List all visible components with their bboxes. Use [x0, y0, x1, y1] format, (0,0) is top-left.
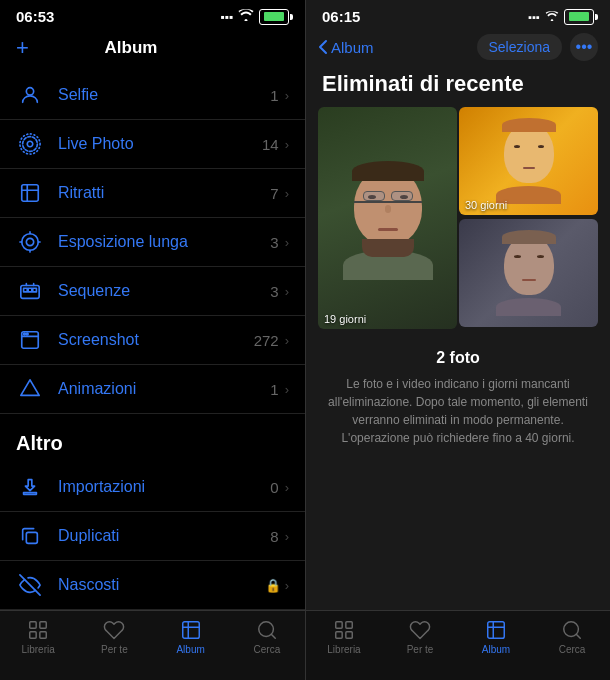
- album-count-selfie: 1: [270, 87, 278, 104]
- tab-per-te-right[interactable]: Per te: [382, 619, 458, 655]
- svg-rect-24: [40, 632, 46, 638]
- album-name-selfie: Selfie: [58, 86, 270, 104]
- add-album-button[interactable]: +: [16, 35, 29, 61]
- chevron-ritratti: ›: [285, 186, 289, 201]
- tab-label-album-left: Album: [176, 644, 204, 655]
- svg-rect-25: [182, 622, 199, 639]
- left-panel: 06:53 ▪▪▪ + Album Modifica Selfie: [0, 0, 305, 680]
- svg-rect-12: [24, 288, 28, 292]
- album-name-live-photo: Live Photo: [58, 135, 262, 153]
- esposizione-icon: [16, 228, 44, 256]
- album-name-sequenze: Sequenze: [58, 282, 270, 300]
- photo-cell-1[interactable]: 19 giorni: [318, 107, 457, 329]
- tab-album-right[interactable]: Album: [458, 619, 534, 655]
- photo-grid: 19 giorni 30 giorni: [318, 107, 598, 329]
- ritratti-icon: [16, 179, 44, 207]
- chevron-animazioni: ›: [285, 382, 289, 397]
- svg-point-0: [26, 88, 33, 95]
- svg-rect-23: [30, 632, 36, 638]
- album-name-duplicati: Duplicati: [58, 527, 270, 545]
- screenshot-icon: [16, 326, 44, 354]
- section-altro: Altro: [0, 414, 305, 463]
- status-icons-left: ▪▪▪: [220, 9, 289, 25]
- album-name-importazioni: Importazioni: [58, 478, 270, 496]
- right-nav-actions: Seleziona •••: [477, 33, 599, 61]
- album-item-screenshot[interactable]: Screenshot 272 ›: [0, 316, 305, 365]
- album-item-duplicati[interactable]: Duplicati 8 ›: [0, 512, 305, 561]
- tab-cerca-right[interactable]: Cerca: [534, 619, 610, 655]
- tab-label-cerca-right: Cerca: [559, 644, 586, 655]
- info-count: 2 foto: [322, 349, 594, 367]
- svg-rect-4: [22, 185, 39, 202]
- album-name-animazioni: Animazioni: [58, 380, 270, 398]
- tab-bar-left: Libreria Per te Album Cerca: [0, 610, 305, 680]
- svg-rect-14: [33, 288, 37, 292]
- chevron-sequenze: ›: [285, 284, 289, 299]
- tab-label-per-te-left: Per te: [101, 644, 128, 655]
- svg-line-27: [271, 634, 275, 638]
- album-item-ritratti[interactable]: Ritratti 7 ›: [0, 169, 305, 218]
- chevron-duplicati: ›: [285, 529, 289, 544]
- album-name-esposizione: Esposizione lunga: [58, 233, 270, 251]
- album-count-duplicati: 8: [270, 528, 278, 545]
- album-list: Selfie 1 › Live Photo 14 › Ritratti 7 ›: [0, 71, 305, 610]
- battery-icon: [259, 9, 289, 25]
- svg-point-5: [22, 234, 39, 251]
- tab-cerca-left[interactable]: Cerca: [229, 619, 305, 655]
- album-item-live-photo[interactable]: Live Photo 14 ›: [0, 120, 305, 169]
- chevron-live-photo: ›: [285, 137, 289, 152]
- album-count-live-photo: 14: [262, 136, 279, 153]
- back-button[interactable]: Album: [318, 39, 374, 56]
- album-item-sequenze[interactable]: Sequenze 3 ›: [0, 267, 305, 316]
- info-description: Le foto e i video indicano i giorni manc…: [322, 375, 594, 447]
- duplicati-icon: [16, 522, 44, 550]
- svg-rect-29: [346, 622, 352, 628]
- photo-cell-2[interactable]: 30 giorni: [459, 107, 598, 215]
- select-button[interactable]: Seleziona: [477, 34, 563, 60]
- signal-icon-right: ▪▪▪: [528, 11, 540, 23]
- svg-rect-30: [336, 632, 342, 638]
- time-left: 06:53: [16, 8, 54, 25]
- album-item-animazioni[interactable]: Animazioni 1 ›: [0, 365, 305, 414]
- album-title: Album: [105, 38, 158, 58]
- svg-point-16: [24, 333, 26, 335]
- status-bar-left: 06:53 ▪▪▪: [0, 0, 305, 29]
- album-count-ritratti: 7: [270, 185, 278, 202]
- svg-rect-32: [488, 622, 505, 639]
- nascosti-icon: [16, 571, 44, 599]
- selfie-icon: [16, 81, 44, 109]
- album-item-nascosti[interactable]: Nascosti 🔒 ›: [0, 561, 305, 610]
- album-item-importazioni[interactable]: Importazioni 0 ›: [0, 463, 305, 512]
- album-count-importazioni: 0: [270, 479, 278, 496]
- tab-label-libreria-right: Libreria: [327, 644, 360, 655]
- animazioni-icon: [16, 375, 44, 403]
- tab-label-per-te-right: Per te: [407, 644, 434, 655]
- wifi-icon: [238, 9, 254, 24]
- album-count-sequenze: 3: [270, 283, 278, 300]
- svg-rect-21: [30, 622, 36, 628]
- status-icons-right: ▪▪▪: [528, 9, 594, 25]
- chevron-screenshot: ›: [285, 333, 289, 348]
- sequenze-icon: [16, 277, 44, 305]
- album-name-ritratti: Ritratti: [58, 184, 270, 202]
- tab-libreria-right[interactable]: Libreria: [306, 619, 382, 655]
- album-count-esposizione: 3: [270, 234, 278, 251]
- status-bar-right: 06:15 ▪▪▪: [306, 0, 610, 29]
- svg-point-1: [27, 141, 33, 147]
- tab-label-cerca-left: Cerca: [254, 644, 281, 655]
- photo-cell-3[interactable]: [459, 219, 598, 327]
- chevron-selfie: ›: [285, 88, 289, 103]
- svg-point-6: [26, 238, 33, 245]
- album-item-selfie[interactable]: Selfie 1 ›: [0, 71, 305, 120]
- importazioni-icon: [16, 473, 44, 501]
- svg-rect-19: [26, 532, 37, 543]
- svg-rect-31: [346, 632, 352, 638]
- chevron-nascosti: ›: [285, 578, 289, 593]
- tab-libreria-left[interactable]: Libreria: [0, 619, 76, 655]
- more-button[interactable]: •••: [570, 33, 598, 61]
- album-name-screenshot: Screenshot: [58, 331, 254, 349]
- tab-album-left[interactable]: Album: [153, 619, 229, 655]
- album-item-esposizione[interactable]: Esposizione lunga 3 ›: [0, 218, 305, 267]
- tab-per-te-left[interactable]: Per te: [76, 619, 152, 655]
- album-count-animazioni: 1: [270, 381, 278, 398]
